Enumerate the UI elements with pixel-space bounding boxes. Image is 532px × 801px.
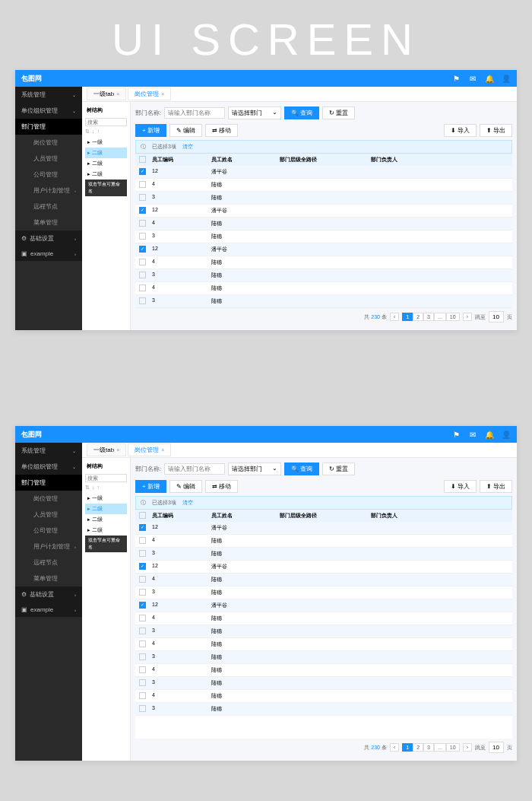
move-button[interactable]: ⇄移动: [205, 480, 238, 493]
page-button[interactable]: 1: [402, 743, 413, 752]
page-button[interactable]: 2: [413, 743, 423, 752]
table-row[interactable]: 12潘平谷: [135, 522, 512, 535]
mail-icon[interactable]: ✉: [468, 74, 477, 83]
page-button[interactable]: ...: [434, 743, 446, 752]
table-row[interactable]: 4陆穗: [135, 638, 512, 651]
table-row[interactable]: 4陆穗: [135, 664, 512, 677]
col-employee-name[interactable]: 员工姓名: [208, 154, 277, 166]
sidebar-item[interactable]: 人员管理: [15, 507, 82, 523]
down-icon[interactable]: ↓: [92, 129, 95, 135]
table-row[interactable]: 4陆穗: [135, 179, 512, 192]
row-checkbox[interactable]: [139, 705, 146, 712]
row-checkbox[interactable]: [139, 297, 146, 304]
table-row[interactable]: 3陆穗: [135, 269, 512, 282]
bell-icon[interactable]: 🔔: [485, 430, 494, 439]
next-page[interactable]: ›: [463, 313, 472, 321]
row-checkbox[interactable]: [139, 640, 146, 647]
row-checkbox[interactable]: [139, 576, 146, 583]
sidebar-item[interactable]: ⚙基础设置›: [15, 586, 82, 602]
dept-select[interactable]: 请选择部门⌄: [228, 462, 281, 475]
table-row[interactable]: 12潘平谷: [135, 243, 512, 256]
sidebar-item[interactable]: ▣example›: [15, 602, 82, 617]
up-icon[interactable]: ↑: [97, 485, 100, 491]
tree-search-input[interactable]: [85, 474, 127, 482]
col-dept-path[interactable]: 部门层级全路径: [277, 510, 368, 522]
tree-node[interactable]: ▸ 二级: [85, 525, 127, 536]
sidebar-item[interactable]: 人员管理: [15, 151, 82, 167]
row-checkbox[interactable]: [139, 602, 146, 609]
col-dept-path[interactable]: 部门层级全路径: [277, 154, 368, 166]
page-button[interactable]: 2: [413, 313, 423, 321]
sidebar-item[interactable]: 部门管理: [15, 475, 82, 491]
add-button[interactable]: +新增: [135, 480, 166, 493]
row-checkbox[interactable]: [139, 233, 146, 240]
next-page[interactable]: ›: [463, 743, 472, 752]
import-button[interactable]: ⬇导入: [444, 124, 477, 137]
sidebar-item[interactable]: 系统管理⌄: [15, 443, 82, 459]
bell-icon[interactable]: 🔔: [485, 74, 494, 83]
tree-node[interactable]: ▸ 一级: [85, 493, 127, 504]
row-checkbox[interactable]: [139, 563, 146, 570]
page-button[interactable]: 1: [402, 313, 413, 321]
tab[interactable]: 岗位管理×: [128, 443, 171, 456]
page-button[interactable]: 3: [423, 313, 434, 321]
sidebar-item[interactable]: 公司管理: [15, 523, 82, 539]
sidebar-item[interactable]: 单位组织管理⌄: [15, 459, 82, 475]
up-icon[interactable]: ↑: [97, 129, 100, 135]
col-dept-owner[interactable]: 部门负责人: [368, 510, 512, 522]
user-icon[interactable]: 👤: [502, 430, 511, 439]
close-icon[interactable]: ×: [116, 91, 119, 97]
table-row[interactable]: 3陆穗: [135, 295, 512, 308]
clear-selection[interactable]: 清空: [182, 143, 193, 151]
add-button[interactable]: +新增: [135, 124, 166, 137]
sidebar-item[interactable]: 岗位管理: [15, 135, 82, 151]
table-row[interactable]: 4陆穗: [135, 574, 512, 586]
table-row[interactable]: 4陆穗: [135, 612, 512, 625]
table-row[interactable]: 12潘平谷: [135, 166, 512, 179]
col-employee-code[interactable]: 员工编码: [149, 510, 208, 522]
tree-node[interactable]: ▸ 二级: [85, 158, 127, 169]
sidebar-item[interactable]: 系统管理⌄: [15, 87, 82, 103]
page-button[interactable]: ...: [434, 313, 446, 321]
row-checkbox[interactable]: [139, 272, 146, 278]
search-button[interactable]: 🔍查询: [284, 106, 319, 119]
tree-node[interactable]: ▸ 二级: [85, 504, 127, 514]
dept-name-input[interactable]: [164, 463, 225, 475]
table-row[interactable]: 3陆穗: [135, 651, 512, 664]
user-icon[interactable]: 👤: [502, 74, 511, 83]
jump-input[interactable]: [489, 311, 504, 323]
table-row[interactable]: 4陆穗: [135, 256, 512, 269]
sidebar-item[interactable]: ▣example›: [15, 246, 82, 261]
export-button[interactable]: ⬆导出: [480, 480, 512, 493]
sidebar-item[interactable]: 部门管理: [15, 119, 82, 135]
col-dept-owner[interactable]: 部门负责人: [368, 154, 512, 166]
flag-icon[interactable]: ⚑: [451, 74, 461, 83]
row-checkbox[interactable]: [139, 284, 146, 291]
prev-page[interactable]: ‹: [390, 313, 399, 321]
close-icon[interactable]: ×: [161, 447, 164, 453]
tab[interactable]: 岗位管理×: [128, 87, 171, 100]
row-checkbox[interactable]: [139, 246, 146, 253]
row-checkbox[interactable]: [139, 194, 146, 201]
row-checkbox[interactable]: [139, 653, 146, 660]
sidebar-item[interactable]: 单位组织管理⌄: [15, 103, 82, 119]
table-row[interactable]: 4陆穗: [135, 690, 512, 703]
tree-node[interactable]: ▸ 二级: [85, 514, 127, 525]
tree-search-input[interactable]: [85, 118, 127, 126]
table-row[interactable]: 3陆穗: [135, 192, 512, 205]
flag-icon[interactable]: ⚑: [451, 430, 461, 439]
collapse-icon[interactable]: ⇅: [85, 485, 90, 491]
reset-button[interactable]: ↻重置: [322, 462, 355, 475]
row-checkbox[interactable]: [139, 537, 146, 544]
select-all-checkbox[interactable]: [139, 156, 146, 163]
row-checkbox[interactable]: [139, 666, 146, 673]
import-button[interactable]: ⬇导入: [444, 480, 477, 493]
sidebar-item[interactable]: 菜单管理: [15, 571, 82, 586]
table-row[interactable]: 3陆穗: [135, 625, 512, 638]
mail-icon[interactable]: ✉: [468, 430, 477, 439]
table-row[interactable]: 4陆穗: [135, 535, 512, 548]
close-icon[interactable]: ×: [161, 91, 164, 97]
row-checkbox[interactable]: [139, 524, 146, 531]
col-employee-name[interactable]: 员工姓名: [208, 510, 277, 522]
sidebar-item[interactable]: 菜单管理: [15, 215, 82, 230]
